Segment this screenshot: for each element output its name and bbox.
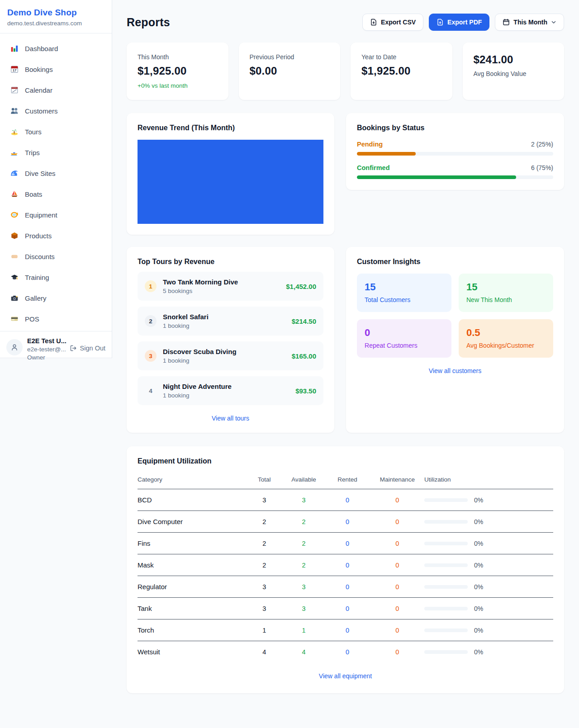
col-rented: Rented xyxy=(325,472,370,489)
cell-category: Regulator xyxy=(138,576,246,598)
rank-badge: 3 xyxy=(145,350,157,362)
export-pdf-button[interactable]: Export PDF xyxy=(429,14,489,31)
user-role: Owner xyxy=(27,354,65,361)
utilization-bar xyxy=(424,607,468,610)
sidebar-item-customers[interactable]: Customers xyxy=(5,102,106,119)
stat-card-avg-booking-value: $241.00 Avg Booking Value xyxy=(463,43,565,100)
stat-label: Avg Booking Value xyxy=(474,70,554,77)
cell-maintenance: 0 xyxy=(370,533,424,554)
stat-value: $1,925.00 xyxy=(361,65,441,77)
sidebar-item-trips[interactable]: Trips xyxy=(5,144,106,161)
stat-value: $241.00 xyxy=(474,53,554,66)
stat-value: $1,925.00 xyxy=(138,65,218,77)
sidebar-item-dashboard[interactable]: Dashboard xyxy=(5,40,106,57)
tour-bookings: 1 booking xyxy=(163,392,232,399)
sidebar-item-bookings[interactable]: 17 Bookings xyxy=(5,61,106,78)
table-row: BCD 3 3 0 0 0% xyxy=(138,489,553,511)
tour-name: Discover Scuba Diving xyxy=(163,348,237,355)
utilization-value: 0% xyxy=(474,496,483,504)
row-tours-insights: Top Tours by Revenue 1 Two Tank Morning … xyxy=(127,247,564,433)
stat-label: This Month xyxy=(138,53,218,61)
sidebar-item-label: Gallery xyxy=(25,295,47,302)
cell-total: 2 xyxy=(246,554,283,576)
sidebar-item-label: Bookings xyxy=(25,66,53,73)
sidebar-item-calendar[interactable]: Calendar xyxy=(5,81,106,99)
status-count: 2 (25%) xyxy=(531,141,553,148)
sidebar-nav: Dashboard 17 Bookings Calendar Customers… xyxy=(0,33,112,331)
graduation-cap-icon xyxy=(10,273,19,282)
cell-category: Torch xyxy=(138,619,246,641)
page-header: Reports Export CSV Export PDF This Month xyxy=(127,14,564,31)
sidebar-user-footer: E2E Test U... e2e-tester@... Owner Sign … xyxy=(0,331,112,369)
export-csv-label: Export CSV xyxy=(381,19,416,26)
sidebar-item-label: Trips xyxy=(25,149,40,156)
equipment-table: Category Total Available Rented Maintena… xyxy=(138,472,553,663)
sidebar-item-label: Tours xyxy=(25,128,42,135)
tile-label: Total Customers xyxy=(365,296,444,303)
tear-calendar-icon xyxy=(10,85,19,95)
status-row-pending: Pending 2 (25%) xyxy=(357,141,553,156)
sidebar: Demo Dive Shop demo.test.divestreams.com… xyxy=(0,0,112,358)
sidebar-item-pos[interactable]: POS xyxy=(5,310,106,327)
utilization-bar xyxy=(424,650,468,654)
rank-badge: 2 xyxy=(145,315,157,327)
user-info: E2E Test U... e2e-tester@... Owner xyxy=(27,337,65,361)
stat-delta: +0% vs last month xyxy=(138,82,218,89)
cell-rented: 0 xyxy=(325,641,370,663)
table-row: Tank 3 3 0 0 0% xyxy=(138,598,553,619)
utilization-value: 0% xyxy=(474,605,483,612)
cell-category: BCD xyxy=(138,489,246,511)
sidebar-item-label: POS xyxy=(25,316,39,322)
sidebar-item-discounts[interactable]: Discounts xyxy=(5,248,106,265)
sign-out-icon xyxy=(70,345,77,352)
top-tours-title: Top Tours by Revenue xyxy=(138,258,323,266)
export-csv-button[interactable]: Export CSV xyxy=(362,14,423,31)
shop-name: Demo Dive Shop xyxy=(7,8,104,18)
view-all-equipment-link[interactable]: View all equipment xyxy=(138,672,553,680)
sidebar-item-boats[interactable]: Boats xyxy=(5,185,106,203)
stat-label: Previous Period xyxy=(250,53,330,61)
camera-icon xyxy=(10,293,19,303)
cell-total: 3 xyxy=(246,489,283,511)
calendar-17-icon: 17 xyxy=(10,65,19,74)
sidebar-item-label: Products xyxy=(25,232,52,239)
customer-insights-card: Customer Insights 15 Total Customers 15 … xyxy=(346,247,564,433)
sidebar-item-gallery[interactable]: Gallery xyxy=(5,289,106,307)
file-download-icon xyxy=(370,19,377,26)
cell-total: 3 xyxy=(246,598,283,619)
sidebar-item-products[interactable]: Products xyxy=(5,227,106,244)
utilization-bar xyxy=(424,542,468,545)
table-row: Torch 1 1 0 0 0% xyxy=(138,619,553,641)
revenue-trend-card: Revenue Trend (This Month) xyxy=(127,113,334,235)
cell-maintenance: 0 xyxy=(370,641,424,663)
sign-out-button[interactable]: Sign Out xyxy=(70,345,105,352)
tour-bookings: 5 bookings xyxy=(163,288,238,294)
status-bar-fill xyxy=(357,152,416,156)
cell-available: 3 xyxy=(283,576,325,598)
tile-value: 15 xyxy=(466,281,546,293)
revenue-trend-chart xyxy=(138,140,323,224)
user-name: E2E Test U... xyxy=(27,337,65,345)
sidebar-item-label: Customers xyxy=(25,108,58,114)
sidebar-item-tours[interactable]: Tours xyxy=(5,123,106,140)
cell-available: 1 xyxy=(283,619,325,641)
cell-total: 3 xyxy=(246,576,283,598)
status-bar-track xyxy=(357,152,553,156)
period-dropdown[interactable]: This Month xyxy=(495,14,564,31)
sidebar-item-training[interactable]: Training xyxy=(5,269,106,286)
sailboat-icon xyxy=(10,189,19,199)
tile-label: New This Month xyxy=(466,296,546,303)
view-all-customers-link[interactable]: View all customers xyxy=(357,367,553,374)
stat-card-previous-period: Previous Period $0.00 xyxy=(239,43,341,100)
revenue-trend-title: Revenue Trend (This Month) xyxy=(138,124,323,132)
col-maintenance: Maintenance xyxy=(370,472,424,489)
people-icon xyxy=(10,106,19,115)
view-all-tours-link[interactable]: View all tours xyxy=(138,415,323,422)
sidebar-item-equipment[interactable]: Equipment xyxy=(5,206,106,223)
cell-maintenance: 0 xyxy=(370,576,424,598)
tile-repeat-customers: 0 Repeat Customers xyxy=(357,319,451,358)
sidebar-item-dive-sites[interactable]: Dive Sites xyxy=(5,165,106,182)
page-title: Reports xyxy=(127,16,170,29)
sidebar-item-label: Discounts xyxy=(25,253,55,260)
tile-value: 0.5 xyxy=(466,327,546,339)
